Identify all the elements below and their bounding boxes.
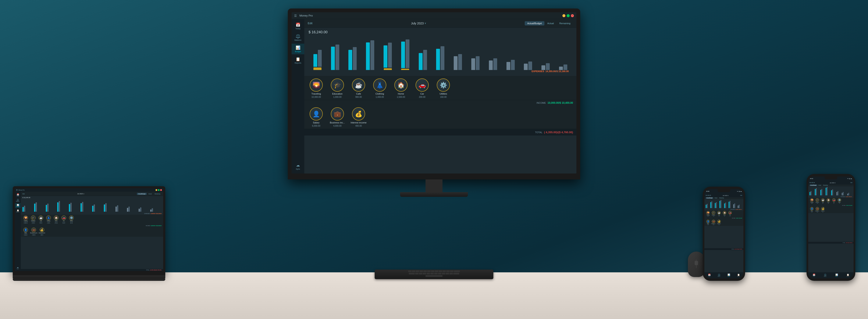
tab-actual[interactable]: Actual (545, 21, 557, 25)
phone-right-edit-btn[interactable]: Edit (850, 182, 852, 183)
phone-right-nav-reports[interactable]: 📋 Reports (846, 273, 849, 277)
sidebar-item-today[interactable]: 📅 Today (291, 21, 304, 31)
income-salary[interactable]: 👤 Salary 6,000.00 (308, 107, 324, 127)
laptop-cat-car[interactable]: 🚗 Car 247.00200.00 (61, 215, 67, 224)
laptop-salary-icon: 👤 (23, 228, 28, 232)
phone-left-tab-actual[interactable]: Actual (714, 197, 718, 199)
laptop-sidebar-today[interactable]: 📅 Today (15, 193, 21, 198)
income-business[interactable]: 💼 Business inc... 4,000.00 (329, 107, 346, 127)
phone-business[interactable]: 💼 Business In. 3,600 (711, 220, 716, 225)
category-education[interactable]: 🎓 Education 1,000.00 (329, 79, 346, 98)
laptop-tab-actual[interactable]: Actual (147, 193, 153, 195)
category-clothing[interactable]: 👗 Clothing 1,400.00 (371, 79, 388, 98)
phone-r-salary[interactable]: 👤 Salary 6,000 (809, 207, 814, 212)
phone-r-business-icon: 💼 (816, 207, 819, 210)
phone-left-expenses-value: 14,355 / $15,16... (736, 209, 742, 210)
phone-right-nav-budget[interactable]: 📊 Budget (835, 273, 838, 277)
laptop-sync-item[interactable]: ☁ Sync (16, 265, 19, 270)
edit-button[interactable]: Edit (308, 22, 312, 25)
phone-r-cat-utilities[interactable]: ⚙️ Utilities 120 (837, 198, 842, 204)
laptop-maximize-btn[interactable] (158, 189, 160, 191)
sidebar-item-sync[interactable]: ☁ Sync (295, 161, 301, 172)
laptop-interest[interactable]: 💰 Interest income 400.00400.00 (38, 228, 45, 236)
laptop-period[interactable]: Jul 2023 ∨ (78, 193, 84, 195)
phone-left-nav-reports[interactable]: 📋 Reports (737, 273, 740, 277)
laptop-sidebar-balance[interactable]: ⚖️ Balance (15, 198, 21, 203)
phone-r-cat-traveling[interactable]: 🌄 Traveling 10,800 (809, 198, 814, 204)
phone-left-nav-budget[interactable]: 📊 Budget (727, 273, 730, 277)
laptop-sidebar-budget[interactable]: 📊 Budget (15, 203, 21, 208)
laptop-tab-remaining[interactable]: Remaining (153, 193, 161, 195)
laptop-cat-clothing[interactable]: 👗 Clothing 738.001,400.00 (45, 215, 52, 224)
phone-cat-home[interactable]: 🏠 Home 650 (722, 211, 727, 216)
phone-r-business[interactable]: 💼 Business In. 3,600 (815, 207, 820, 212)
phone-r-cat-education[interactable]: 🎓 Education 1,000 (815, 198, 820, 204)
phone-salary[interactable]: 👤 Salary 6,000 (706, 220, 710, 225)
phone-right-period[interactable]: Jul 2023 ∨ (830, 182, 836, 183)
phone-r-bar-5 (831, 190, 836, 195)
phone-right-nav-balance[interactable]: ⚖️ Balance (824, 273, 827, 277)
phone-bar-gray (711, 201, 712, 208)
phone-left-nav-today[interactable]: 📅 Today (708, 273, 711, 277)
phone-r-cat-car[interactable]: 🚗 Car 247 (832, 198, 836, 204)
category-home[interactable]: 🏠 Home 1,500.00 (393, 79, 409, 98)
phone-left-tab-actual-budget[interactable]: Actual/Budget (706, 197, 713, 199)
sidebar-item-balance[interactable]: ⚖️ Balance (291, 32, 304, 43)
phone-cat-cafe[interactable]: ☕ Cafe 900 (717, 211, 721, 216)
laptop-tab-actual-budget[interactable]: Actual/Budget (137, 193, 147, 195)
phone-left-edit-btn[interactable]: Edit (740, 195, 742, 196)
phone-left-nav-balance[interactable]: ⚖️ Balance (718, 273, 720, 277)
laptop-salary[interactable]: 👤 Salary 6,000.006,000.00 (23, 228, 29, 236)
phone-cat-traveling[interactable]: 🌄 Traveling 10,800 (706, 211, 710, 216)
category-utilities[interactable]: ⚙️ Utilities 160.00 (435, 79, 452, 98)
category-car[interactable]: 🚗 Car 200.00 (414, 79, 431, 98)
phone-r-traveling-amt: 10,800 (811, 203, 813, 204)
laptop-cat-education[interactable]: 🎓 Education 1,000.001,000.00 (30, 215, 36, 224)
minimize-button[interactable]: – (562, 14, 565, 17)
phone-business-icon: 💼 (712, 220, 715, 223)
laptop-bar-5 (69, 203, 80, 212)
maximize-button[interactable]: □ (567, 14, 569, 17)
laptop-business[interactable]: 💼 Business Income 3,600.004,000.00 (30, 228, 37, 236)
phone-reports-nav-icon: 📋 (737, 273, 740, 276)
laptop-edit-btn[interactable]: Edit (23, 193, 25, 195)
laptop-reports-icon: 📋 (17, 209, 19, 211)
laptop-minimize-btn[interactable] (156, 189, 157, 191)
phone-right-tab-actual-budget[interactable]: Actual/Budget (809, 184, 817, 186)
phone-right-tab-remaining[interactable]: Remaining (823, 184, 829, 186)
category-traveling[interactable]: 🌄 Traveling 10,000.00 (308, 79, 324, 98)
close-button[interactable]: ✕ (571, 14, 574, 17)
sidebar-item-reports[interactable]: 📋 Reports (291, 55, 304, 66)
laptop-app-title: Money Pro (19, 190, 25, 191)
laptop-cat-home[interactable]: 🏠 Home 650.001,500.00 (53, 215, 59, 224)
phone-cat-education[interactable]: 🎓 Education 1,000 (711, 211, 716, 216)
laptop-sidebar-reports[interactable]: 📋 Reports (15, 208, 21, 213)
laptop-reports-label: Reports (16, 211, 20, 212)
phone-r-cat-home[interactable]: 🏠 Home 650 (826, 198, 831, 204)
laptop-interest-name: Interest income (38, 232, 45, 234)
bar-group-7 (415, 50, 431, 70)
phone-right-tabs: Actual/Budget Actual Remaining (808, 184, 854, 186)
menu-icon[interactable]: ☰ (294, 14, 297, 18)
category-cafe[interactable]: ☕ Cafe 900.00 (350, 79, 367, 98)
phone-right-tab-actual[interactable]: Actual (817, 184, 822, 186)
phone-cat-car[interactable]: 🚗 Car 247 (728, 211, 733, 216)
phone-right-nav-today[interactable]: 📅 Today (813, 273, 815, 277)
tab-actual-budget[interactable]: Actual/Budget (525, 21, 545, 25)
laptop-cat-cafe[interactable]: ☕ Cafe 900.00900.00 (38, 215, 44, 224)
phone-r-interest[interactable]: 💰 Interest Inc. 400 (820, 207, 825, 212)
phone-r-budget-nav-icon: 📊 (835, 273, 838, 276)
sidebar-item-budget[interactable]: 📊 Budget (291, 44, 304, 54)
laptop-cat-traveling[interactable]: 🌄 Traveling 10,800.0010,000.00 (23, 215, 29, 224)
period-selector[interactable]: July 2023 ∨ (411, 22, 426, 25)
tab-remaining[interactable]: Remaining (557, 21, 573, 25)
laptop-cat-utilities[interactable]: ⚙️ Utilities 120.00180.00 (68, 215, 74, 224)
laptop-budget-label: Budget (16, 206, 19, 207)
phone-interest[interactable]: 💰 Interest Inc. 400 (717, 220, 721, 225)
phone-left-chart-bars (704, 200, 743, 208)
phone-left-tab-remaining[interactable]: Remaining (719, 197, 725, 199)
income-interest[interactable]: 💰 Interest income 400.00 (350, 107, 367, 127)
phone-left-period[interactable]: Jul 2023 ∨ (723, 195, 728, 196)
phone-r-cat-cafe[interactable]: ☕ Cafe 900 (820, 198, 825, 204)
laptop-close-btn[interactable] (160, 189, 162, 191)
